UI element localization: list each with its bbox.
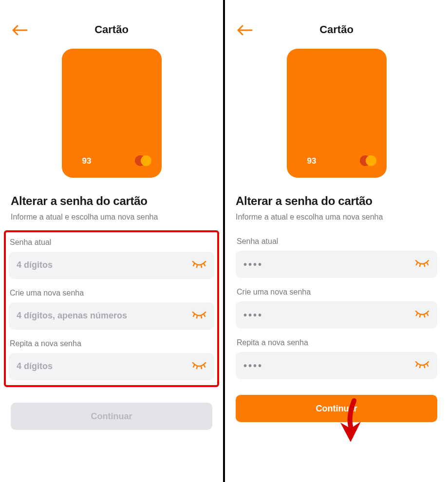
field-repeat-password: Repita a nova senha <box>236 338 437 379</box>
header: Cartão <box>236 0 437 44</box>
current-password-label: Senha atual <box>9 238 214 247</box>
new-password-input-row[interactable] <box>236 301 437 329</box>
current-password-input-row[interactable] <box>9 252 214 279</box>
card-last-digits: 93 <box>82 156 92 166</box>
svg-line-26 <box>424 366 425 368</box>
repeat-password-input[interactable] <box>243 360 415 371</box>
svg-line-11 <box>197 367 197 369</box>
eye-closed-icon[interactable] <box>415 309 429 321</box>
repeat-password-input-row[interactable] <box>236 352 437 379</box>
svg-line-24 <box>416 364 417 366</box>
eye-closed-icon[interactable] <box>415 259 429 270</box>
screen-empty-state: Cartão 93 Alterar a senha do cartão Info… <box>0 0 223 482</box>
card-image: 93 <box>11 49 212 178</box>
mastercard-icon <box>133 154 153 167</box>
svg-line-25 <box>420 366 420 368</box>
svg-line-2 <box>193 264 194 266</box>
svg-line-22 <box>424 315 425 317</box>
field-repeat-password: Repita a nova senha <box>9 339 214 380</box>
svg-line-16 <box>416 263 417 265</box>
eye-closed-icon[interactable] <box>192 260 206 271</box>
new-password-input-row[interactable] <box>9 302 214 330</box>
section-subtitle: Informe a atual e escolha uma nova senha <box>236 213 437 222</box>
svg-line-27 <box>427 364 428 366</box>
section-title: Alterar a senha do cartão <box>236 194 437 208</box>
svg-line-7 <box>197 316 197 318</box>
highlight-annotation: Senha atual Crie uma nova senha <box>4 230 219 387</box>
field-new-password: Crie uma nova senha <box>9 289 214 330</box>
svg-line-9 <box>204 315 205 316</box>
section-subtitle: Informe a atual e escolha uma nova senha <box>11 213 212 222</box>
svg-line-6 <box>193 315 194 316</box>
header: Cartão <box>11 0 212 44</box>
card-last-digits: 93 <box>307 156 317 166</box>
svg-line-20 <box>416 314 417 315</box>
back-arrow-icon[interactable] <box>237 24 253 38</box>
current-password-label: Senha atual <box>236 237 437 246</box>
page-title: Cartão <box>319 8 354 36</box>
new-password-label: Crie uma nova senha <box>9 289 214 297</box>
field-new-password: Crie uma nova senha <box>236 288 437 329</box>
svg-line-17 <box>420 264 420 267</box>
new-password-input[interactable] <box>243 310 415 321</box>
current-password-input[interactable] <box>17 260 192 270</box>
svg-line-12 <box>201 367 202 369</box>
eye-closed-icon[interactable] <box>415 360 429 371</box>
eye-closed-icon[interactable] <box>192 361 206 372</box>
continue-button[interactable]: Continuar <box>11 403 212 430</box>
svg-line-19 <box>427 263 428 265</box>
svg-point-15 <box>366 155 376 166</box>
repeat-password-input-row[interactable] <box>9 353 214 380</box>
svg-point-1 <box>141 155 151 166</box>
eye-closed-icon[interactable] <box>192 310 206 322</box>
mastercard-icon <box>358 154 378 167</box>
svg-line-4 <box>201 265 202 268</box>
back-arrow-icon[interactable] <box>12 24 28 38</box>
svg-marker-28 <box>340 422 361 442</box>
svg-line-10 <box>193 365 194 367</box>
svg-line-13 <box>204 365 205 367</box>
page-title: Cartão <box>94 8 129 36</box>
repeat-password-input[interactable] <box>17 362 192 371</box>
current-password-input-row[interactable] <box>236 251 437 278</box>
screen-filled-state: Cartão 93 Alterar a senha do cartão Info… <box>225 0 448 482</box>
new-password-input[interactable] <box>17 311 192 321</box>
repeat-password-label: Repita a nova senha <box>9 339 214 348</box>
current-password-input[interactable] <box>243 259 415 270</box>
field-current-password: Senha atual <box>9 238 214 279</box>
section-title: Alterar a senha do cartão <box>11 194 212 208</box>
repeat-password-label: Repita a nova senha <box>236 338 437 347</box>
svg-line-3 <box>197 265 197 268</box>
svg-line-18 <box>424 264 425 267</box>
field-current-password: Senha atual <box>236 237 437 278</box>
continue-button[interactable]: Continuar <box>236 395 437 422</box>
svg-line-8 <box>201 316 202 318</box>
new-password-label: Crie uma nova senha <box>236 288 437 297</box>
svg-line-5 <box>204 264 205 266</box>
svg-line-23 <box>427 314 428 315</box>
card-image: 93 <box>236 49 437 178</box>
svg-line-21 <box>420 315 420 317</box>
